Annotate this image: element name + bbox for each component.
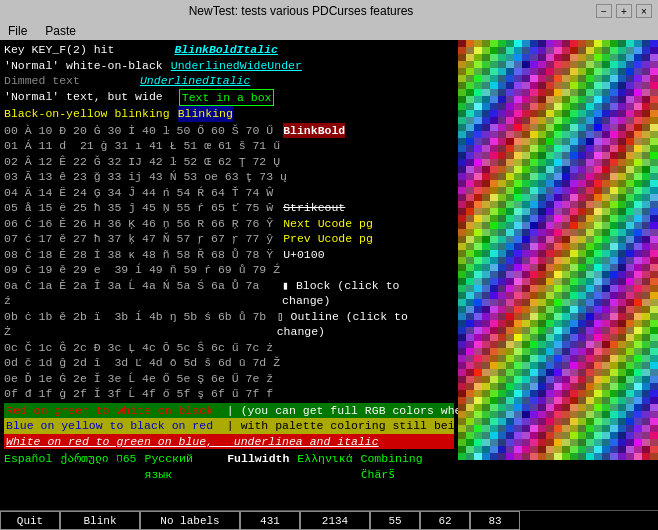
char-row-09: 09 č 19 ě 29 e 39 ĺ 49 ň 59 ŕ 69 ů 79 Ź xyxy=(4,262,454,278)
fullwidth-label: Fullwidth xyxy=(227,451,289,482)
char-table: 00 À 10 Ð 20 Ġ 30 İ 40 ŀ 50 Ő 60 Š 70 Ű … xyxy=(4,123,454,402)
char-row-0f: 0f đ 1f ġ 2f Ĭ 3f Ĺ 4f ő 5f ş 6f ű 7f f xyxy=(4,386,454,402)
normal-text: 'Normal' white-on-black xyxy=(4,58,163,74)
key-hit-text: Key KEY_F(2) hit xyxy=(4,42,114,58)
language-row: Español ქართული Ი65 Русский язык Fullwid… xyxy=(4,451,454,482)
menu-item-paste[interactable]: Paste xyxy=(41,24,80,38)
block-display[interactable]: ▮ Block (click to change) xyxy=(282,278,454,309)
title-bar-controls: − + × xyxy=(596,4,652,18)
menu-bar: File Paste xyxy=(0,22,658,40)
right-panel xyxy=(458,40,658,510)
title-bar-title: NewTest: tests various PDCurses features xyxy=(6,4,596,18)
char-row-07: 07 ć 17 ě 27 ħ 37 ķ 47 Ň 57 ŗ 67 ŗ 77 ŷ … xyxy=(4,231,454,247)
maximize-button[interactable]: + xyxy=(616,4,632,18)
char-row-06: 06 Ć 16 Ě 26 H 36 Ķ 46 ņ 56 R 66 Ŗ 76 Ŷ … xyxy=(4,216,454,232)
combining-label: Combining c̈härs̈ xyxy=(361,451,454,482)
blinkbold-label: BlinkBold xyxy=(283,123,345,139)
status-bar: Quit Blink No labels 431 2134 55 62 83 xyxy=(0,510,658,530)
char-row-0a: 0a Ċ 1a Ě 2a Î 3a Ĺ 4a Ń 5a Ś 6a Ů 7a ź … xyxy=(4,278,454,309)
status-83: 83 xyxy=(470,511,520,530)
char-row-0c: 0c Č 1c Ĝ 2c Ð 3c Ļ 4c Ō 5c Ŝ 6c ű 7c ż xyxy=(4,340,454,356)
char-row-00: 00 À 10 Ð 20 Ġ 30 İ 40 ŀ 50 Ő 60 Š 70 Ű … xyxy=(4,123,454,139)
bar-red-green: Red on green to white on black | (you ca… xyxy=(4,403,454,419)
menu-item-file[interactable]: File xyxy=(4,24,31,38)
dimmed-text: Dimmed text xyxy=(4,73,80,89)
prev-ucode[interactable]: Prev Ucode pg xyxy=(283,231,373,247)
status-62: 62 xyxy=(420,511,470,530)
char-row-0b: 0b ċ 1b ě 2b ï 3b ĺ 4b ŋ 5b ś 6b ů 7b Ż … xyxy=(4,309,454,340)
underlined-italic: UnderlinedItalic xyxy=(140,73,250,89)
bar-blue-yellow: Blue on yellow to black on red | with pa… xyxy=(4,418,454,434)
color-grid-canvas xyxy=(458,40,658,510)
char-row-02: 02 Â 12 Ê 22 Ğ 32 IJ 42 ŀ 52 Œ 62 Ţ 72 Ų xyxy=(4,154,454,170)
char-row-04: 04 Ä 14 Ë 24 Ģ 34 Ĵ 44 ń 54 Ŕ 64 Ť 74 Ŵ xyxy=(4,185,454,201)
blinking-label: Blinking xyxy=(178,106,233,122)
main-content: Key KEY_F(2) hit BlinkBoldItalic 'Normal… xyxy=(0,40,658,510)
normal-wide-text: 'Normal' text, but wide xyxy=(4,89,163,107)
line-key-hit: Key KEY_F(2) hit BlinkBoldItalic xyxy=(4,42,454,58)
line-blink-yellow: Black-on-yellow blinking Blinking xyxy=(4,106,454,122)
line-dimmed: Dimmed text UnderlinedItalic xyxy=(4,73,454,89)
minimize-button[interactable]: − xyxy=(596,4,612,18)
russian-label: Русский язык xyxy=(144,451,219,482)
status-2134: 2134 xyxy=(300,511,370,530)
bar-white-red: White on red to green on blue, underline… xyxy=(4,434,454,450)
status-quit[interactable]: Quit xyxy=(0,511,60,530)
char-row-01: 01 Á 11 d 21 ġ 31 ı 41 Ł 51 œ 61 š 71 ű xyxy=(4,138,454,154)
char-row-0d: 0d č 1d ĝ 2d î 3d Ľ 4d ō 5d ŝ 6d ū 7d Ž xyxy=(4,355,454,371)
text-in-box: Text in a box xyxy=(179,89,275,107)
line-normal-wide: 'Normal' text, but wide Text in a box xyxy=(4,89,454,107)
char-row-08: 08 Č 18 Ě 28 İ 38 ĸ 48 ñ 58 Ř 68 Ů 78 Ÿ … xyxy=(4,247,454,263)
georgian-label: ქართული Ი65 xyxy=(60,451,136,482)
status-no-labels[interactable]: No labels xyxy=(140,511,240,530)
black-on-yellow: Black-on-yellow blinking xyxy=(4,106,170,122)
blink-bold-italic: BlinkBoldItalic xyxy=(174,42,278,58)
title-bar: NewTest: tests various PDCurses features… xyxy=(0,0,658,22)
next-ucode[interactable]: Next Ucode pg xyxy=(283,216,373,232)
status-55: 55 xyxy=(370,511,420,530)
outline-display[interactable]: ▯ Outline (click to change) xyxy=(277,309,454,340)
ucode-display: U+0100 xyxy=(283,247,324,263)
line-normal: 'Normal' white-on-black UnderlinedWideUn… xyxy=(4,58,454,74)
char-row-03: 03 Ã 13 ê 23 ğ 33 ij 43 Ń 53 oe 63 ţ 73 … xyxy=(4,169,454,185)
underlined-wide: UnderlinedWideUnder xyxy=(171,58,302,74)
char-row-0e: 0e Ď 1e Ġ 2e Ĭ 3e Ĺ 4e Ő 5e Ş 6e Ű 7e ž xyxy=(4,371,454,387)
char-row-05: 05 å 15 ë 25 ħ 35 ĵ 45 Ņ 55 ŕ 65 ť 75 ŵ … xyxy=(4,200,454,216)
strikeout-label: Strikeout xyxy=(283,200,345,216)
greek-label: Ελληνικά xyxy=(297,451,352,482)
espanol-label: Español xyxy=(4,451,52,482)
status-431: 431 xyxy=(240,511,300,530)
status-blink[interactable]: Blink xyxy=(60,511,140,530)
left-panel: Key KEY_F(2) hit BlinkBoldItalic 'Normal… xyxy=(0,40,458,510)
close-button[interactable]: × xyxy=(636,4,652,18)
